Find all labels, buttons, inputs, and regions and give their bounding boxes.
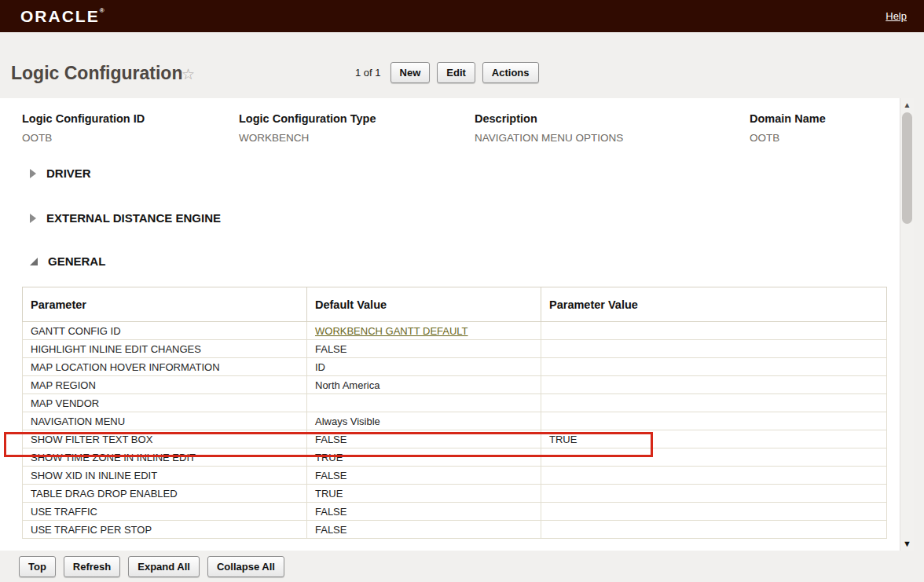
section-label: DRIVER <box>46 167 91 180</box>
actions-button[interactable]: Actions <box>482 62 539 83</box>
table-row[interactable]: MAP VENDOR <box>23 394 887 412</box>
default-value-cell: Always Visible <box>307 412 541 430</box>
default-value-cell: WORKBENCH GANTT DEFAULT <box>307 322 541 340</box>
page-title: Logic Configuration <box>11 63 182 84</box>
table-row-highlighted[interactable]: SHOW FILTER TEXT BOX FALSE TRUE <box>23 430 887 448</box>
table-row[interactable]: GANTT CONFIG ID WORKBENCH GANTT DEFAULT <box>23 322 887 340</box>
top-bar: ORACLE® Help <box>0 0 924 32</box>
default-value-cell: FALSE <box>307 503 541 521</box>
table-row[interactable]: MAP REGION North America <box>23 376 887 394</box>
param-value-cell <box>541 485 887 503</box>
param-value-cell <box>541 340 887 358</box>
field-label: Description <box>475 112 623 125</box>
triangle-expanded-icon <box>30 258 38 265</box>
top-button[interactable]: Top <box>19 556 56 577</box>
section-driver[interactable]: DRIVER <box>30 167 91 180</box>
field-value: NAVIGATION MENU OPTIONS <box>475 132 623 144</box>
param-value-cell <box>541 394 887 412</box>
default-value-cell <box>307 394 541 412</box>
refresh-button[interactable]: Refresh <box>64 556 120 577</box>
param-value-cell <box>541 521 887 539</box>
param-cell: SHOW FILTER TEXT BOX <box>23 430 307 448</box>
table-row[interactable]: TABLE DRAG DROP ENABLED TRUE <box>23 485 887 503</box>
col-parameter: Parameter <box>23 287 307 322</box>
field-label: Domain Name <box>750 112 826 125</box>
param-value-cell <box>541 503 887 521</box>
section-external-distance-engine[interactable]: EXTERNAL DISTANCE ENGINE <box>30 211 221 225</box>
param-value-cell: TRUE <box>541 430 887 448</box>
field-logic-configuration-id: Logic Configuration ID OOTB <box>22 112 145 144</box>
new-button[interactable]: New <box>390 62 431 83</box>
param-cell: TABLE DRAG DROP ENABLED <box>23 485 307 503</box>
param-cell: GANTT CONFIG ID <box>23 322 307 340</box>
param-cell: MAP LOCATION HOVER INFORMATION <box>23 358 307 376</box>
param-cell: SHOW TIME ZONE IN INLINE EDIT <box>23 448 307 467</box>
default-value-cell: TRUE <box>307 448 541 467</box>
section-general[interactable]: GENERAL <box>30 254 105 268</box>
section-label: GENERAL <box>48 254 105 268</box>
table-row[interactable]: SHOW XID IN INLINE EDIT FALSE <box>23 467 887 485</box>
default-value-cell: FALSE <box>307 467 541 485</box>
param-value-cell <box>541 448 887 467</box>
default-value-cell: FALSE <box>307 430 541 448</box>
triangle-collapsed-icon <box>30 169 36 178</box>
param-cell: MAP REGION <box>23 376 307 394</box>
col-default-value: Default Value <box>307 287 541 322</box>
record-count: 1 of 1 <box>355 67 381 79</box>
default-value-cell: TRUE <box>307 485 541 503</box>
vertical-scrollbar[interactable]: ▲ ▼ <box>900 98 914 551</box>
header-actions: 1 of 1 New Edit Actions <box>355 62 539 83</box>
param-value-cell <box>541 322 887 340</box>
oracle-logo: ORACLE® <box>20 7 104 26</box>
table-header-row: Parameter Default Value Parameter Value <box>23 287 887 322</box>
triangle-collapsed-icon <box>30 214 36 223</box>
param-cell: HIGHLIGHT INLINE EDIT CHANGES <box>23 340 307 358</box>
edit-button[interactable]: Edit <box>437 62 475 83</box>
gantt-default-link[interactable]: WORKBENCH GANTT DEFAULT <box>315 325 468 337</box>
field-value: OOTB <box>750 132 826 144</box>
table-row[interactable]: MAP LOCATION HOVER INFORMATION ID <box>23 358 887 376</box>
default-value-cell: North America <box>307 376 541 394</box>
help-link[interactable]: Help <box>886 10 907 22</box>
param-value-cell <box>541 467 887 485</box>
field-value: WORKBENCH <box>239 132 376 144</box>
expand-all-button[interactable]: Expand All <box>128 556 200 577</box>
field-label: Logic Configuration Type <box>239 112 376 125</box>
scroll-down-icon[interactable]: ▼ <box>900 539 914 548</box>
default-value-cell: FALSE <box>307 521 541 539</box>
param-cell: MAP VENDOR <box>23 394 307 412</box>
field-logic-configuration-type: Logic Configuration Type WORKBENCH <box>239 112 376 144</box>
registered-mark-icon: ® <box>100 7 104 14</box>
param-value-cell <box>541 358 887 376</box>
param-cell: USE TRAFFIC <box>23 503 307 521</box>
param-cell: NAVIGATION MENU <box>23 412 307 430</box>
field-description: Description NAVIGATION MENU OPTIONS <box>475 112 623 144</box>
table-row[interactable]: USE TRAFFIC PER STOP FALSE <box>23 521 887 539</box>
footer-bar: Top Refresh Expand All Collapse All <box>0 551 924 582</box>
scrollbar-thumb[interactable] <box>902 112 912 224</box>
default-value-cell: ID <box>307 358 541 376</box>
field-value: OOTB <box>22 132 145 144</box>
table-row[interactable]: HIGHLIGHT INLINE EDIT CHANGES FALSE <box>23 340 887 358</box>
table-row[interactable]: NAVIGATION MENU Always Visible <box>23 412 887 430</box>
table-row[interactable]: SHOW TIME ZONE IN INLINE EDIT TRUE <box>23 448 887 467</box>
collapse-all-button[interactable]: Collapse All <box>207 556 284 577</box>
table-row[interactable]: USE TRAFFIC FALSE <box>23 503 887 521</box>
default-value-cell: FALSE <box>307 340 541 358</box>
summary-fields: Logic Configuration ID OOTB Logic Config… <box>0 112 900 159</box>
section-label: EXTERNAL DISTANCE ENGINE <box>46 211 221 225</box>
field-label: Logic Configuration ID <box>22 112 145 125</box>
param-cell: SHOW XID IN INLINE EDIT <box>23 467 307 485</box>
param-cell: USE TRAFFIC PER STOP <box>23 521 307 539</box>
param-value-cell <box>541 376 887 394</box>
scroll-up-icon[interactable]: ▲ <box>900 101 914 109</box>
param-value-cell <box>541 412 887 430</box>
col-parameter-value: Parameter Value <box>541 287 887 322</box>
oracle-logo-text: ORACLE <box>20 7 100 25</box>
field-domain-name: Domain Name OOTB <box>750 112 826 144</box>
parameter-table: Parameter Default Value Parameter Value … <box>22 287 887 539</box>
favorite-star-icon[interactable]: ☆ <box>182 65 195 83</box>
